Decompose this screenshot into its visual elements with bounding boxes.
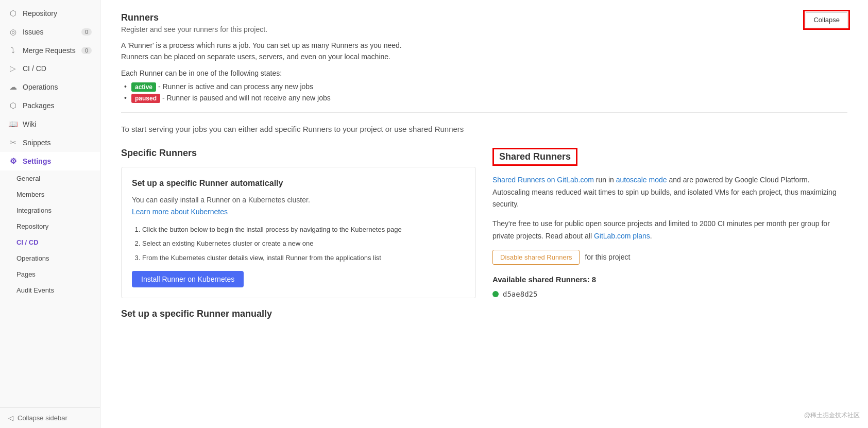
watermark: @稀土掘金技术社区: [804, 411, 860, 420]
shared-runners-gitlab-link[interactable]: Shared Runners on GitLab.com: [492, 176, 594, 184]
shared-runners-section: Shared Runners Shared Runners on GitLab.…: [492, 148, 847, 324]
runners-title: Runners: [121, 12, 267, 23]
sidebar-navigation: ⬡ Repository ◎ Issues 0 ⤵ Merge Requests…: [0, 0, 100, 407]
shared-runners-title-box: Shared Runners: [492, 148, 577, 166]
runner-id: d5ae8d25: [503, 290, 537, 298]
specific-runner-manual-card: Set up a specific Runner manually: [121, 309, 476, 319]
sidebar-item-label: Issues: [23, 28, 43, 36]
sidebar-item-operations[interactable]: ☁ Operations: [0, 78, 100, 96]
sidebar-item-wiki[interactable]: 📖 Wiki: [0, 115, 100, 133]
sidebar-item-settings[interactable]: ⚙ Settings: [0, 152, 100, 170]
runner-item: d5ae8d25: [492, 290, 847, 298]
shared-runners-title: Shared Runners: [499, 151, 571, 162]
collapse-sidebar-icon: ◁: [8, 414, 13, 422]
collapse-sidebar-button[interactable]: ◁ Collapse sidebar: [0, 407, 100, 428]
sidebar-item-label: Packages: [23, 101, 54, 110]
divider-1: [121, 112, 847, 113]
ci-cd-icon: ▷: [8, 64, 18, 73]
auto-card-steps: Click the button below to begin the inst…: [132, 225, 465, 263]
sidebar: ⬡ Repository ◎ Issues 0 ⤵ Merge Requests…: [0, 0, 100, 428]
runners-header: Runners Register and see your runners fo…: [121, 12, 847, 33]
step-3: From the Kubernetes cluster details view…: [142, 253, 465, 263]
sidebar-sub-general[interactable]: General: [0, 170, 100, 186]
shared-intro-text: To start serving your jobs you can eithe…: [121, 123, 847, 135]
runners-info-line1: A 'Runner' is a process which runs a job…: [121, 40, 847, 63]
sidebar-item-merge-requests[interactable]: ⤵ Merge Requests 0: [0, 41, 100, 59]
sub-item-label: Pages: [16, 270, 36, 278]
issues-icon: ◎: [8, 27, 18, 37]
sub-item-label: Audit Events: [16, 286, 54, 294]
sidebar-item-label: Operations: [23, 83, 58, 91]
sub-item-label: Integrations: [16, 207, 52, 214]
step-2: Select an existing Kubernetes cluster or…: [142, 238, 465, 249]
merge-requests-badge: 0: [81, 47, 92, 54]
sidebar-sub-ci-cd[interactable]: CI / CD: [0, 234, 100, 250]
sidebar-item-label: Merge Requests: [23, 46, 76, 55]
sidebar-item-label: CI / CD: [23, 64, 46, 73]
install-runner-kubernetes-button[interactable]: Install Runner on Kubernetes: [132, 271, 244, 287]
paused-desc-text: - Runner is paused and will not receive …: [162, 94, 331, 102]
runners-grid: Specific Runners Set up a specific Runne…: [121, 148, 847, 324]
snippets-icon: ✂: [8, 138, 18, 147]
specific-runners-title: Specific Runners: [121, 148, 476, 159]
shared-info-text-1: Shared Runners on GitLab.com run in auto…: [492, 174, 847, 211]
autoscale-link[interactable]: autoscale mode: [616, 176, 667, 184]
disable-shared-runners-button[interactable]: Disable shared Runners: [492, 250, 580, 265]
active-badge: active: [131, 82, 156, 92]
states-list: active - Runner is active and can proces…: [121, 82, 847, 102]
available-runners-title: Available shared Runners: 8: [492, 275, 847, 284]
paused-state-item: paused - Runner is paused and will not r…: [131, 94, 847, 102]
sidebar-item-label: Wiki: [23, 120, 36, 128]
disable-label-text: for this project: [585, 253, 630, 261]
paused-badge: paused: [131, 94, 160, 103]
runners-title-block: Runners Register and see your runners fo…: [121, 12, 267, 33]
sidebar-item-snippets[interactable]: ✂ Snippets: [0, 133, 100, 152]
disable-row: Disable shared Runners for this project: [492, 250, 847, 265]
auto-card-text: You can easily install a Runner on a Kub…: [132, 194, 465, 217]
sidebar-item-repository[interactable]: ⬡ Repository: [0, 4, 100, 23]
active-desc-text: - Runner is active and can process any n…: [158, 82, 313, 91]
settings-icon: ⚙: [8, 157, 18, 166]
packages-icon: ⬡: [8, 101, 18, 110]
sidebar-item-packages[interactable]: ⬡ Packages: [0, 96, 100, 115]
manual-runner-title: Set up a specific Runner manually: [121, 309, 476, 319]
settings-sub-menu: General Members Integrations Repository …: [0, 170, 100, 298]
collapse-button[interactable]: Collapse: [806, 12, 847, 27]
sidebar-item-label: Repository: [23, 9, 57, 18]
shared-info-text-2: They're free to use for public open sour…: [492, 218, 847, 243]
sidebar-item-issues[interactable]: ◎ Issues 0: [0, 23, 100, 41]
auto-card-text-span: You can easily install a Runner on a Kub…: [132, 196, 310, 204]
sidebar-item-ci-cd[interactable]: ▷ CI / CD: [0, 59, 100, 78]
runners-subtitle: Register and see your runners for this p…: [121, 25, 267, 33]
repository-icon: ⬡: [8, 9, 18, 18]
wiki-icon: 📖: [8, 119, 18, 129]
states-intro-text: Each Runner can be in one of the followi…: [121, 69, 847, 77]
sub-item-label: CI / CD: [16, 238, 39, 246]
collapse-sidebar-label: Collapse sidebar: [18, 414, 67, 422]
sub-item-label: Operations: [16, 254, 49, 262]
sidebar-sub-pages[interactable]: Pages: [0, 266, 100, 282]
sidebar-sub-integrations[interactable]: Integrations: [0, 202, 100, 218]
sidebar-sub-repository[interactable]: Repository: [0, 218, 100, 234]
learn-kubernetes-link[interactable]: Learn more about Kubernetes: [132, 208, 228, 216]
sub-item-label: General: [16, 175, 40, 182]
sidebar-sub-members[interactable]: Members: [0, 186, 100, 202]
operations-icon: ☁: [8, 82, 18, 92]
main-content: Runners Register and see your runners fo…: [100, 0, 868, 428]
auto-card-title: Set up a specific Runner automatically: [132, 178, 465, 189]
runner-status-dot: [492, 291, 499, 297]
sidebar-item-label: Snippets: [23, 139, 50, 147]
info-line2-text: Runners can be placed on separate users,…: [121, 53, 390, 61]
step-1: Click the button below to begin the inst…: [142, 225, 465, 235]
sidebar-sub-audit-events[interactable]: Audit Events: [0, 282, 100, 298]
gitlab-plans-link[interactable]: GitLab.com plans: [594, 232, 650, 240]
sidebar-sub-operations[interactable]: Operations: [0, 250, 100, 266]
specific-runners-section: Specific Runners Set up a specific Runne…: [121, 148, 476, 324]
sidebar-item-label: Settings: [23, 157, 51, 165]
active-state-item: active - Runner is active and can proces…: [131, 82, 847, 91]
sub-item-label: Repository: [16, 222, 48, 230]
info-line1-text: A 'Runner' is a process which runs a job…: [121, 41, 402, 49]
sub-item-label: Members: [16, 191, 44, 198]
merge-requests-icon: ⤵: [8, 46, 18, 55]
issues-badge: 0: [81, 28, 92, 36]
